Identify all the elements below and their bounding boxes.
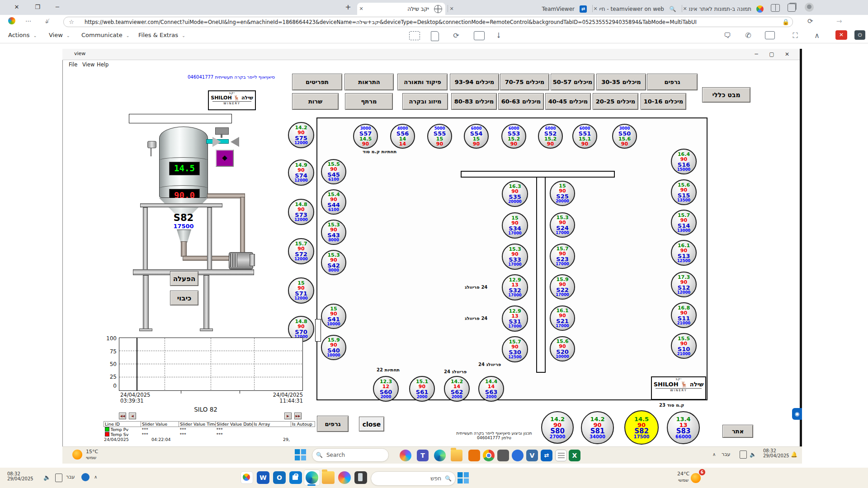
- tank-S83[interactable]: 13.413S8366000: [667, 411, 700, 444]
- app-dark-icon[interactable]: [497, 450, 509, 461]
- remote-tray-chevron[interactable]: ∧: [712, 452, 716, 457]
- menu-communicate[interactable]: Communicate ⌄: [81, 32, 129, 40]
- monitor-settings-icon[interactable]: [474, 31, 485, 40]
- tank-S30[interactable]: 15.790S3012500: [502, 336, 528, 362]
- tank-S73[interactable]: 14.890S7312000: [288, 199, 314, 225]
- remote-menu-file[interactable]: File: [69, 61, 77, 68]
- tank-S16[interactable]: 16.490S1615000: [671, 149, 697, 174]
- tank-S43[interactable]: 15.390S438000: [321, 220, 346, 245]
- remote-lang-indicator[interactable]: עבר: [722, 451, 730, 457]
- screenshot-icon[interactable]: [765, 31, 775, 39]
- favorite-star-icon[interactable]: ☆: [64, 19, 79, 25]
- call-icon[interactable]: ✆: [743, 31, 753, 39]
- tank-S74[interactable]: 14.990S7412000: [288, 160, 314, 186]
- app-v-icon[interactable]: V: [526, 450, 538, 461]
- local-speaker-icon[interactable]: 🔈: [43, 474, 51, 481]
- chat-icon[interactable]: 🗨: [722, 31, 732, 39]
- tank-S31[interactable]: 12.913S3117000: [502, 305, 528, 332]
- window-close-button[interactable]: ✕: [10, 2, 24, 13]
- photos-icon[interactable]: [241, 471, 253, 484]
- scroll-next-button[interactable]: ▶: [284, 413, 292, 419]
- nav-button[interactable]: מיכלים 80-83: [451, 93, 497, 110]
- local-pen-icon[interactable]: [55, 474, 62, 482]
- tank-S42[interactable]: 15.390S428000: [321, 250, 346, 275]
- more-menu-icon[interactable]: ⋯: [25, 18, 31, 24]
- edge-icon[interactable]: [434, 450, 446, 461]
- store-icon[interactable]: [289, 471, 302, 484]
- teamviewer-side-handle[interactable]: ◉: [792, 408, 802, 420]
- tank-S55[interactable]: 5000S551590: [427, 124, 452, 149]
- local-tray-chevron[interactable]: ∧: [94, 474, 97, 479]
- tank-S15[interactable]: 15.690S1513500: [671, 179, 697, 205]
- tank-S24[interactable]: 15.390S2417000: [550, 212, 575, 238]
- tank-S63[interactable]: 14.414S632000: [478, 376, 504, 402]
- tank-S53[interactable]: 6000S5315.290: [501, 124, 526, 149]
- excel-icon[interactable]: X: [569, 450, 580, 461]
- window-restore-button[interactable]: ❐: [31, 2, 44, 13]
- graphs-button[interactable]: גרפים: [317, 416, 349, 432]
- copilot-icon[interactable]: [400, 450, 411, 461]
- nav-button[interactable]: מיכלים 20-25: [593, 93, 638, 110]
- explorer-icon[interactable]: [322, 471, 335, 484]
- overview-button[interactable]: מבט כללי: [702, 87, 750, 103]
- scroll-last-button[interactable]: ▶▶: [294, 413, 302, 419]
- tank-S50[interactable]: 3000S5015.690: [612, 124, 637, 149]
- tank-S25[interactable]: 1590S2520000: [550, 181, 575, 206]
- remote-search-box[interactable]: 🔍 Search: [312, 448, 389, 462]
- menu-files-extras[interactable]: Files & Extras ⌄: [138, 32, 185, 40]
- tab-2[interactable]: ✕TeamViewer⇄: [448, 3, 590, 15]
- nav-button[interactable]: מיכלים 60-63: [498, 93, 544, 110]
- start-button[interactable]: הפעלה: [170, 271, 198, 286]
- tab-close-icon[interactable]: ✕: [591, 6, 599, 12]
- remote-notification-bell-icon[interactable]: 🔔: [791, 451, 797, 458]
- tank-S21[interactable]: 16.190S2117000: [550, 305, 575, 331]
- ctrl-alt-del-icon[interactable]: [409, 31, 420, 40]
- outlook-icon[interactable]: O: [273, 471, 286, 484]
- menu-view[interactable]: View ⌄: [49, 32, 70, 40]
- teamviewer-icon[interactable]: ⇄: [541, 450, 552, 461]
- tab-3[interactable]: ✕teamviewer on web - חיפוש🔍: [591, 3, 679, 15]
- tab-stack-icon[interactable]: [788, 4, 796, 12]
- url-text[interactable]: https://web.teamviewer.com/Connect?uiMod…: [79, 19, 779, 25]
- tank-S51[interactable]: 6000S5115.190: [572, 124, 597, 149]
- writer-icon[interactable]: [555, 450, 567, 461]
- tank-S13[interactable]: 16.190S1312500: [671, 240, 697, 266]
- tank-S11[interactable]: 16.890S1121000: [671, 302, 697, 328]
- tank-S52[interactable]: 6000S5215.290: [538, 124, 563, 149]
- scroll-first-button[interactable]: ◀◀: [119, 413, 126, 419]
- tank-S60[interactable]: 12.312S602000: [373, 376, 399, 402]
- tank-S44[interactable]: 15.490S446100: [321, 189, 346, 215]
- tank-S62[interactable]: 14.214S622000: [444, 376, 470, 402]
- download-icon[interactable]: ⭣: [494, 31, 504, 39]
- tank-S34[interactable]: 1590S3417000: [502, 212, 528, 239]
- site-button[interactable]: אתר: [722, 425, 753, 438]
- copilot-icon[interactable]: [338, 471, 351, 484]
- local-search-box[interactable]: 🔍 חפש: [371, 471, 456, 486]
- nav-button[interactable]: מיכלים 50-57: [551, 74, 594, 90]
- tank-S81[interactable]: 14.290S8134000: [581, 411, 614, 444]
- local-start-button[interactable]: [458, 472, 469, 483]
- tab-close-icon[interactable]: ✕: [681, 6, 689, 12]
- notification-badge[interactable]: 6: [699, 469, 705, 475]
- tank-S41[interactable]: 1590S4110000: [321, 304, 346, 329]
- word-icon[interactable]: W: [257, 471, 269, 484]
- tab-close-icon[interactable]: ✕: [357, 6, 365, 12]
- tank-S22[interactable]: 15.990S2217000: [550, 274, 575, 300]
- scroll-prev-button[interactable]: ◀: [129, 413, 136, 419]
- tank-S23[interactable]: 15.790S2317000: [550, 244, 575, 269]
- local-onedrive-icon[interactable]: [81, 473, 90, 481]
- remote-weather-icon[interactable]: [72, 450, 82, 460]
- nav-button[interactable]: גרפים: [647, 74, 698, 90]
- nav-button[interactable]: התראות: [344, 74, 394, 90]
- copilot-icon[interactable]: [8, 17, 15, 24]
- close-session-button[interactable]: ✕: [835, 30, 847, 40]
- tank-S80[interactable]: 14.290S8027000: [541, 411, 574, 444]
- remote-maximize-button[interactable]: ▢: [765, 50, 778, 58]
- forward-icon[interactable]: →: [836, 17, 842, 25]
- tank-S32[interactable]: 12.913S3217000: [502, 274, 528, 300]
- tank-S35[interactable]: 16.390S3520000: [502, 181, 528, 207]
- window-minimize-button[interactable]: ─: [51, 2, 64, 13]
- tank-S61[interactable]: 15.190S612000: [409, 376, 435, 402]
- tank-S20[interactable]: 15.690S2010000: [550, 336, 575, 361]
- collapse-toolbar-icon[interactable]: ∧: [812, 31, 822, 39]
